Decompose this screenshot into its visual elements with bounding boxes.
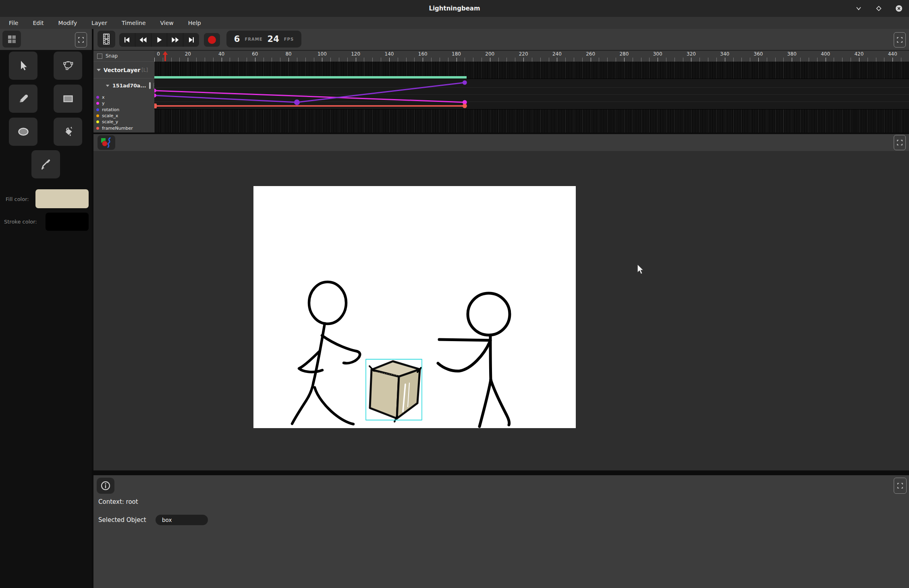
property-row[interactable]: frameNumber (93, 125, 154, 131)
property-color-dot (96, 120, 99, 123)
snap-checkbox[interactable] (97, 54, 102, 59)
property-color-dot (96, 96, 99, 99)
minimize-button[interactable] (854, 4, 863, 13)
rewind-button[interactable] (135, 33, 152, 47)
playhead[interactable] (162, 51, 168, 63)
sublayer-row[interactable]: 151ad70a... ~ (93, 79, 154, 93)
selected-object-field[interactable]: box (156, 515, 208, 525)
ruler-major-tick (859, 58, 859, 62)
timeline-mode-button[interactable] (98, 31, 115, 48)
expand-icon (897, 140, 903, 145)
layer-visibility-toggle[interactable] (149, 82, 151, 89)
rectangle-tool-button[interactable] (54, 85, 82, 113)
ruler-label: 60 (249, 51, 261, 57)
frame-cells-track[interactable] (154, 110, 909, 133)
expand-icon (78, 37, 84, 43)
menu-modify[interactable]: Modify (57, 19, 79, 27)
menu-layer[interactable]: Layer (90, 19, 109, 27)
select-tool-button[interactable] (9, 52, 37, 80)
ellipse-icon (17, 126, 30, 138)
sublayer-name[interactable]: 151ad70a... (112, 83, 146, 89)
timeline-ruler[interactable]: 0204060801001201401601802002202402602803… (154, 51, 909, 62)
ruler-label: 180 (450, 51, 463, 57)
eyedropper-tool-button[interactable] (31, 150, 60, 178)
layer-name[interactable]: VectorLayer (104, 67, 140, 73)
property-label: scale_x (102, 113, 118, 118)
stage-drawing (253, 186, 576, 428)
menu-view[interactable]: View (159, 19, 175, 27)
property-color-dot (96, 108, 99, 111)
property-label: x (102, 95, 105, 100)
diamond-icon (876, 5, 882, 12)
expand-stage-button[interactable] (894, 135, 906, 150)
stage-mode-button[interactable] (98, 135, 115, 150)
play-button[interactable] (152, 33, 168, 47)
timeline-frames-area[interactable]: 0204060801001201401601802002202402602803… (154, 51, 909, 133)
ruler-label: 400 (819, 51, 832, 57)
ellipse-tool-button[interactable] (9, 118, 37, 146)
menu-bar: FileEditModifyLayerTimelineViewHelp (0, 17, 909, 29)
ruler-label: 120 (349, 51, 362, 57)
pencil-tool-button[interactable] (9, 85, 37, 113)
collapse-triangle-icon[interactable] (97, 69, 101, 71)
ruler-label: 40 (215, 51, 228, 57)
expand-inspector-button[interactable] (894, 478, 907, 494)
paint-bucket-tool-button[interactable] (54, 118, 82, 146)
record-button[interactable] (204, 33, 220, 47)
property-row[interactable]: scale_x (93, 113, 154, 119)
transform-tool-button[interactable] (54, 52, 82, 80)
eyedropper-icon (40, 158, 52, 170)
property-color-dot (96, 102, 99, 105)
property-row[interactable]: x (93, 94, 154, 100)
window-title: Lightningbeam (429, 5, 480, 12)
property-row[interactable]: y (93, 100, 154, 106)
fast-forward-button[interactable] (167, 33, 183, 47)
info-button[interactable] (97, 478, 114, 494)
ruler-label: 360 (752, 51, 765, 57)
expand-tools-button[interactable] (75, 32, 87, 48)
frame-number-value[interactable]: 6 (234, 34, 240, 44)
ruler-major-tick (288, 58, 289, 62)
stroke-color-swatch[interactable] (46, 213, 89, 231)
title-bar: Lightningbeam (0, 0, 909, 17)
ruler-label: 160 (416, 51, 429, 57)
expand-timeline-button[interactable] (894, 32, 906, 48)
layer-row[interactable]: VectorLayer [L] (93, 62, 154, 79)
fps-label: FPS (284, 37, 294, 41)
info-icon (100, 480, 111, 491)
ruler-major-tick (826, 58, 826, 62)
property-row[interactable]: scale_y (93, 119, 154, 125)
ruler-label: 300 (651, 51, 664, 57)
menu-timeline[interactable]: Timeline (120, 19, 147, 27)
transform-icon (62, 60, 74, 72)
fps-value[interactable]: 24 (268, 34, 279, 44)
collapse-triangle-icon[interactable] (106, 85, 110, 87)
ruler-label: 240 (550, 51, 563, 57)
close-button[interactable] (894, 4, 903, 13)
skip-to-end-button[interactable] (183, 33, 199, 47)
ruler-major-tick (557, 58, 557, 62)
expand-icon (897, 37, 903, 43)
property-label: y (102, 101, 105, 106)
property-row[interactable]: rotation (93, 107, 154, 113)
skip-to-start-button[interactable] (119, 33, 135, 47)
ruler-major-tick (725, 58, 725, 62)
fill-color-swatch[interactable] (35, 189, 89, 208)
curve-editor-area[interactable] (154, 79, 909, 110)
ruler-minor-ticks (154, 58, 909, 62)
ruler-major-tick (423, 58, 423, 62)
ruler-label: 420 (853, 51, 865, 57)
menu-file[interactable]: File (7, 19, 20, 27)
snap-label: Snap (106, 53, 118, 59)
ruler-major-tick (792, 58, 792, 62)
ruler-major-tick (624, 58, 625, 62)
panel-grid-button[interactable] (2, 31, 21, 48)
menu-help[interactable]: Help (187, 19, 203, 27)
property-label: rotation (102, 107, 119, 112)
chevron-down-icon (855, 5, 862, 12)
ruler-label: 320 (685, 51, 697, 57)
drawing-canvas[interactable] (253, 186, 576, 428)
maximize-button[interactable] (874, 4, 883, 13)
shapes-icon (100, 137, 112, 148)
menu-edit[interactable]: Edit (31, 19, 45, 27)
